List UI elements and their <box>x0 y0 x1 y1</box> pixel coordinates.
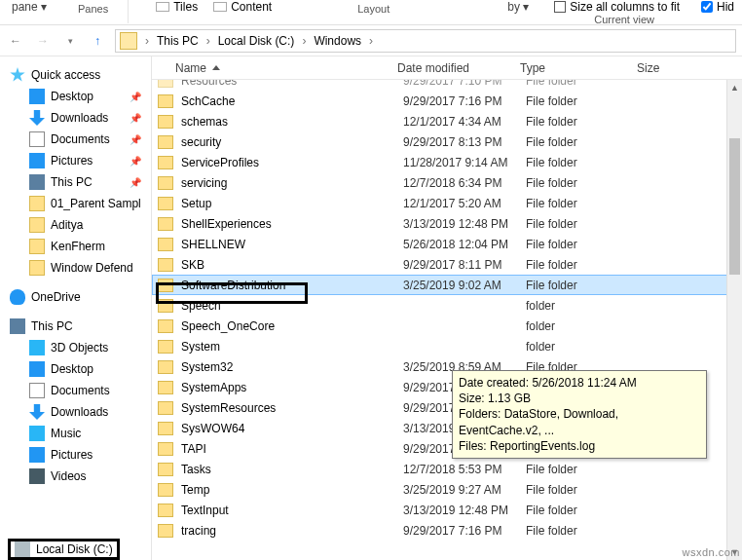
tree-folder-parent[interactable]: 01_Parent Sampl <box>0 193 151 214</box>
breadcrumb-folder[interactable]: Windows <box>310 34 365 48</box>
header-date[interactable]: Date modified <box>397 56 520 79</box>
tree-downloads[interactable]: Downloads📌 <box>0 107 151 129</box>
table-row[interactable]: SoftwareDistribution3/25/2019 9:02 AMFil… <box>152 275 742 295</box>
table-row[interactable]: schemas12/1/2017 4:34 AMFile folder <box>152 111 742 131</box>
file-date: 9/29/2017 7:16 PM <box>403 94 526 108</box>
tree-3dobjects[interactable]: 3D Objects <box>0 337 151 358</box>
table-row[interactable]: Resources9/29/2017 7:10 PMFile folder <box>152 80 742 91</box>
pin-icon: 📌 <box>130 134 141 145</box>
table-row[interactable]: Speech_OneCorefolder <box>152 316 742 336</box>
table-row[interactable]: ShellExperiences3/13/2019 12:48 PMFile f… <box>152 213 742 234</box>
table-row[interactable]: SHELLNEW5/26/2018 12:04 PMFile folder <box>152 234 742 254</box>
tree-desktop2[interactable]: Desktop <box>0 358 151 380</box>
tree-thispc2[interactable]: This PC <box>0 316 151 337</box>
table-row[interactable]: security9/29/2017 8:13 PMFile folder <box>152 131 742 152</box>
header-size[interactable]: Size <box>637 56 742 79</box>
file-name: Temp <box>181 483 403 497</box>
table-row[interactable]: Temp3/25/2019 9:27 AMFile folder <box>152 479 742 500</box>
size-all-columns[interactable]: Size all columns to fit <box>546 0 687 14</box>
panes-group-label: Panes <box>58 3 128 15</box>
folder-icon <box>29 260 45 276</box>
back-button[interactable]: ← <box>6 31 25 51</box>
navigation-pane[interactable]: Quick access Desktop📌 Downloads📌 Documen… <box>0 56 152 560</box>
file-type: File folder <box>526 238 643 251</box>
tree-onedrive[interactable]: OneDrive <box>0 286 151 308</box>
chevron-right-icon[interactable]: › <box>143 34 151 48</box>
table-row[interactable]: Tasks12/7/2018 5:53 PMFile folder <box>152 459 742 479</box>
table-row[interactable]: SKB9/29/2017 8:11 PMFile folder <box>152 254 742 275</box>
address-bar[interactable]: › This PC › Local Disk (C:) › Windows › <box>115 29 736 53</box>
chevron-right-icon[interactable]: › <box>367 34 375 48</box>
file-name: SchCache <box>181 94 403 108</box>
file-name: Speech <box>181 299 403 313</box>
hidden-items-check[interactable]: Hid <box>693 0 742 14</box>
tree-music[interactable]: Music <box>0 423 151 444</box>
file-date: 12/1/2017 4:34 AM <box>403 115 526 129</box>
table-row[interactable]: Systemfolder <box>152 336 742 356</box>
table-row[interactable]: servicing12/7/2018 6:34 PMFile folder <box>152 172 742 193</box>
file-type: File folder <box>526 135 643 149</box>
tooltip-line: Files: ReportingEvents.log <box>459 438 700 454</box>
hidden-check-icon[interactable] <box>701 1 713 13</box>
file-type: File folder <box>526 197 643 210</box>
file-type: File folder <box>526 258 643 272</box>
content-option[interactable]: Content <box>205 0 279 14</box>
file-name: SKB <box>181 258 403 272</box>
chevron-right-icon[interactable]: › <box>204 34 212 48</box>
file-name: SystemResources <box>181 401 403 415</box>
tree-folder-aditya[interactable]: Aditya <box>0 214 151 236</box>
tree-desktop[interactable]: Desktop📌 <box>0 86 151 107</box>
navpane-button[interactable]: pane ▾ <box>0 0 58 14</box>
tree-pictures[interactable]: Pictures📌 <box>0 150 151 171</box>
file-name: SoftwareDistribution <box>181 279 403 292</box>
tree-pictures2[interactable]: Pictures <box>0 444 151 466</box>
download-icon <box>29 404 45 420</box>
file-name: TextInput <box>181 504 403 517</box>
column-headers[interactable]: Name Date modified Type Size <box>152 56 742 80</box>
table-row[interactable]: ServiceProfiles11/28/2017 9:14 AMFile fo… <box>152 152 742 172</box>
file-date: 12/7/2018 6:34 PM <box>403 176 526 190</box>
header-name[interactable]: Name <box>152 56 397 79</box>
tree-documents2[interactable]: Documents <box>0 380 151 401</box>
scroll-up-icon[interactable]: ▲ <box>727 80 742 95</box>
video-icon <box>29 468 45 484</box>
table-row[interactable]: SchCache9/29/2017 7:16 PMFile folder <box>152 91 742 111</box>
tree-folder-windef[interactable]: Window Defend <box>0 257 151 279</box>
recent-button[interactable]: ▾ <box>60 31 80 51</box>
tree-downloads2[interactable]: Downloads <box>0 401 151 423</box>
tree-quick-access[interactable]: Quick access <box>0 64 151 86</box>
chevron-right-icon[interactable]: › <box>300 34 308 48</box>
tree-localdisk-highlight[interactable]: Local Disk (C:) <box>8 539 120 560</box>
file-list[interactable]: Name Date modified Type Size Resources9/… <box>152 56 742 560</box>
3d-icon <box>29 340 45 355</box>
file-type: folder <box>526 340 643 354</box>
tree-thispc[interactable]: This PC📌 <box>0 171 151 193</box>
folder-icon <box>158 360 173 374</box>
navbar: ← → ▾ ↑ › This PC › Local Disk (C:) › Wi… <box>0 25 742 56</box>
folder-icon <box>29 196 45 211</box>
breadcrumb-disk[interactable]: Local Disk (C:) <box>214 34 299 48</box>
table-row[interactable]: tracing9/29/2017 7:16 PMFile folder <box>152 520 742 541</box>
scrollbar[interactable]: ▲ ▼ <box>726 80 742 560</box>
table-row[interactable]: Speechfolder <box>152 295 742 316</box>
sortby-button[interactable]: by ▾ <box>496 0 540 14</box>
tree-folder-kenfherm[interactable]: KenFherm <box>0 236 151 257</box>
file-type: File folder <box>526 524 643 538</box>
scroll-thumb[interactable] <box>729 138 740 275</box>
desktop-icon <box>29 89 45 104</box>
file-type: File folder <box>526 463 643 476</box>
folder-icon <box>158 258 173 272</box>
file-name: schemas <box>181 115 403 129</box>
folder-icon <box>158 115 173 129</box>
up-button[interactable]: ↑ <box>88 31 107 51</box>
file-date: 11/28/2017 9:14 AM <box>403 156 526 169</box>
tree-videos[interactable]: Videos <box>0 466 151 487</box>
table-row[interactable]: Setup12/1/2017 5:20 AMFile folder <box>152 193 742 213</box>
breadcrumb-thispc[interactable]: This PC <box>153 34 203 48</box>
tiles-option[interactable]: Tiles <box>148 0 205 14</box>
file-name: SysWOW64 <box>181 422 403 435</box>
tree-documents[interactable]: Documents📌 <box>0 129 151 150</box>
header-type[interactable]: Type <box>520 56 637 79</box>
forward-button: → <box>33 31 53 51</box>
table-row[interactable]: TextInput3/13/2019 12:48 PMFile folder <box>152 500 742 520</box>
